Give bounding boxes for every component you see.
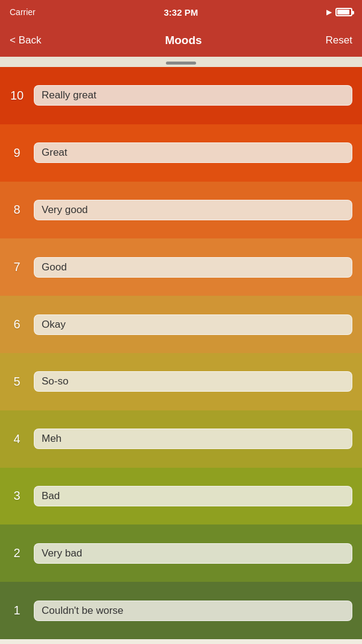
drag-handle-area bbox=[0, 57, 362, 67]
mood-row-5: 5 bbox=[0, 353, 362, 410]
time-display: 3:32 PM bbox=[164, 7, 198, 18]
mood-row-7: 7 bbox=[0, 238, 362, 296]
mood-input-2[interactable] bbox=[34, 543, 352, 564]
location-icon: ▶ bbox=[326, 8, 332, 16]
drag-handle bbox=[166, 62, 196, 65]
mood-number-6: 6 bbox=[10, 317, 24, 331]
page-title: Moods bbox=[165, 34, 202, 47]
mood-row-3: 3 bbox=[0, 468, 362, 525]
status-bar: Carrier 3:32 PM ▶ bbox=[0, 0, 362, 24]
mood-input-4[interactable] bbox=[34, 429, 352, 449]
mood-number-7: 7 bbox=[10, 260, 24, 274]
mood-number-10: 10 bbox=[10, 89, 24, 103]
mood-number-1: 1 bbox=[10, 604, 24, 617]
reset-button[interactable]: Reset bbox=[326, 34, 352, 46]
mood-input-10[interactable] bbox=[34, 85, 352, 106]
mood-input-6[interactable] bbox=[34, 314, 352, 335]
battery-icon bbox=[335, 8, 352, 16]
mood-row-9: 9 bbox=[0, 124, 362, 182]
back-button[interactable]: < Back bbox=[10, 34, 41, 46]
mood-number-5: 5 bbox=[10, 375, 24, 389]
mood-number-8: 8 bbox=[10, 203, 24, 217]
mood-input-8[interactable] bbox=[34, 200, 352, 220]
battery-area: ▶ bbox=[326, 8, 352, 16]
mood-number-3: 3 bbox=[10, 489, 24, 503]
mood-row-10: 10 bbox=[0, 67, 362, 124]
mood-row-8: 8 bbox=[0, 182, 362, 239]
mood-input-5[interactable] bbox=[34, 371, 352, 392]
mood-row-6: 6 bbox=[0, 296, 362, 353]
mood-row-2: 2 bbox=[0, 524, 362, 582]
mood-input-1[interactable] bbox=[34, 601, 352, 621]
carrier-text: Carrier bbox=[10, 7, 36, 17]
mood-input-3[interactable] bbox=[34, 486, 352, 506]
mood-number-4: 4 bbox=[10, 432, 24, 446]
mood-input-9[interactable] bbox=[34, 142, 352, 163]
mood-input-7[interactable] bbox=[34, 257, 352, 278]
mood-number-9: 9 bbox=[10, 146, 24, 160]
mood-list: 10987654321 bbox=[0, 67, 362, 639]
mood-row-4: 4 bbox=[0, 410, 362, 468]
nav-bar: < Back Moods Reset bbox=[0, 24, 362, 57]
mood-number-2: 2 bbox=[10, 546, 24, 560]
mood-row-1: 1 bbox=[0, 582, 362, 639]
